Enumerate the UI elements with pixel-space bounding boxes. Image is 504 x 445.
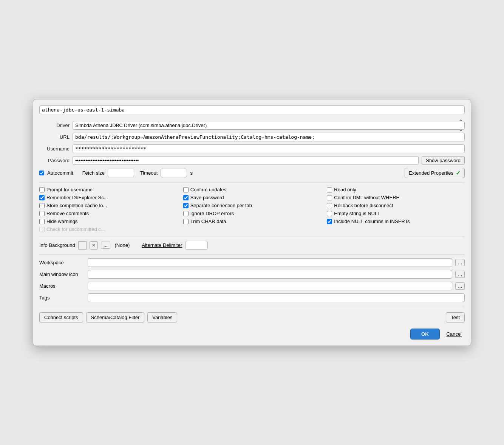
connection-name-row (39, 105, 465, 118)
checkbox-rollback-before-disconnect[interactable] (327, 203, 332, 208)
checkbox-ignore-drop-errors[interactable] (183, 211, 189, 216)
checkbox-label[interactable]: Ignore DROP errors (190, 211, 234, 216)
connect-scripts-button[interactable]: Connect scripts (39, 312, 83, 323)
divider-4 (39, 306, 465, 306)
divider-1 (39, 183, 465, 183)
alternate-delimiter-input[interactable] (185, 241, 208, 250)
driver-row: Driver Simbda Athena JDBC Driver (com.si… (39, 121, 465, 130)
timeout-input[interactable] (161, 169, 187, 177)
autocommit-label[interactable]: Autocommit (47, 170, 73, 176)
tags-label: Tags (39, 295, 85, 301)
checkbox-item: Trim CHAR data (183, 219, 321, 224)
checkbox-item: Confirm updates (183, 187, 321, 192)
driver-label: Driver (39, 122, 70, 128)
autocommit-row: Autocommit Fetch size Timeout s Extended… (39, 168, 465, 178)
checkbox-include-null-columns-in-insert[interactable] (327, 219, 332, 224)
fetch-size-label: Fetch size (82, 170, 105, 176)
checkbox-item: Confirm DML without WHERE (327, 195, 465, 200)
checkbox-empty-string-is-null[interactable] (327, 211, 332, 216)
ok-cancel-row: OK Cancel (39, 329, 465, 340)
checkbox-label: Check for uncommitted c... (46, 226, 105, 232)
driver-wrapper: Simbda Athena JDBC Driver (com.simba.ath… (73, 121, 465, 130)
macros-browse-button[interactable]: ... (455, 282, 465, 290)
checkbox-item: Read only (327, 187, 465, 192)
password-label: Password (39, 158, 70, 163)
timeout-label: Timeout (140, 170, 158, 176)
variables-button[interactable]: Variables (147, 312, 177, 323)
macros-label: Macros (39, 283, 85, 289)
checkbox-label[interactable]: Empty string is NULL (334, 211, 380, 216)
checkbox-store-completion-cache-lo...[interactable] (39, 203, 45, 208)
checkbox-label[interactable]: Hide warnings (46, 219, 77, 224)
checkboxes-grid: Prompt for usernameConfirm updatesRead o… (39, 187, 465, 232)
checkbox-remove-comments[interactable] (39, 211, 45, 216)
main-window-icon-input[interactable] (88, 270, 452, 279)
choose-color-button[interactable]: ... (101, 242, 110, 249)
checkbox-label[interactable]: Store completion cache lo... (46, 203, 107, 208)
schema-catalog-filter-button[interactable]: Schema/Catalog Filter (86, 312, 145, 323)
checkbox-confirm-updates[interactable] (183, 187, 189, 192)
clear-color-button[interactable]: ✕ (90, 241, 98, 250)
info-bg-text: (None) (115, 242, 130, 248)
checkbox-item: Store completion cache lo... (39, 203, 177, 208)
divider-3 (39, 254, 465, 254)
checkbox-label[interactable]: Separate connection per tab (190, 203, 252, 208)
checkbox-confirm-dml-without-where[interactable] (327, 195, 332, 200)
checkbox-item: Remove comments (39, 211, 177, 216)
autocommit-checkbox[interactable] (39, 171, 44, 175)
checkbox-item: Check for uncommitted c... (39, 226, 177, 232)
ok-button[interactable]: OK (410, 329, 440, 340)
alternate-delimiter-label[interactable]: Alternate Delimiter (142, 242, 182, 248)
info-background-row: Info Background ✕ ... (None) Alternate D… (39, 241, 465, 250)
checkbox-remember-dbexplorer-sc...[interactable] (39, 195, 45, 200)
connection-dialog: Driver Simbda Athena JDBC Driver (com.si… (33, 99, 471, 346)
checkbox-prompt-for-username[interactable] (39, 187, 45, 192)
info-background-label: Info Background (39, 242, 75, 248)
tags-row: Tags (39, 293, 465, 302)
tags-input[interactable] (88, 293, 465, 302)
checkbox-item: Save password (183, 195, 321, 200)
url-label: URL (39, 134, 70, 140)
main-window-icon-label: Main window icon (39, 271, 85, 277)
extended-properties-button[interactable]: Extended Properties ✓ (405, 168, 465, 178)
checkbox-item: Prompt for username (39, 187, 177, 192)
url-input[interactable] (73, 133, 465, 141)
checkbox-label[interactable]: Remove comments (46, 211, 89, 216)
driver-select[interactable]: Simbda Athena JDBC Driver (com.simba.ath… (73, 121, 465, 130)
checkbox-save-password[interactable] (183, 195, 189, 200)
divider-2 (39, 237, 465, 237)
checkbox-label[interactable]: Rollback before disconnect (334, 203, 393, 208)
checkbox-read-only[interactable] (327, 187, 332, 192)
password-input[interactable] (73, 156, 419, 165)
fetch-size-input[interactable] (108, 169, 134, 177)
macros-input[interactable] (88, 282, 452, 290)
connection-name-input[interactable] (39, 105, 465, 114)
password-row: Password Show password (39, 156, 465, 165)
username-row: Username (39, 144, 465, 153)
cancel-button[interactable]: Cancel (444, 329, 465, 339)
color-swatch[interactable] (78, 241, 87, 250)
checkbox-separate-connection-per-tab[interactable] (183, 203, 189, 208)
checkbox-label[interactable]: Include NULL columns in INSERTs (334, 219, 410, 224)
workspace-browse-button[interactable]: ... (455, 259, 465, 266)
checkbox-label[interactable]: Read only (334, 187, 356, 192)
workspace-input[interactable] (88, 258, 452, 267)
timeout-suffix: s (190, 170, 193, 176)
test-button[interactable]: Test (446, 312, 465, 323)
checkbox-item: Remember DbExplorer Sc... (39, 195, 177, 200)
checkbox-item: Rollback before disconnect (327, 203, 465, 208)
checkbox-label[interactable]: Remember DbExplorer Sc... (46, 195, 108, 200)
checkbox-hide-warnings[interactable] (39, 219, 45, 224)
checkbox-label[interactable]: Confirm DML without WHERE (334, 195, 399, 200)
show-password-button[interactable]: Show password (422, 156, 465, 165)
checkbox-label[interactable]: Confirm updates (190, 187, 226, 192)
checkbox-trim-char-data[interactable] (183, 219, 189, 224)
checkbox-label[interactable]: Trim CHAR data (190, 219, 226, 224)
main-window-icon-browse-button[interactable]: ... (455, 271, 465, 278)
bottom-buttons-row: Connect scripts Schema/Catalog Filter Va… (39, 312, 465, 323)
username-input[interactable] (73, 144, 465, 153)
checkbox-label[interactable]: Save password (190, 195, 224, 200)
checkbox-label[interactable]: Prompt for username (46, 187, 93, 192)
checkbox-item: Include NULL columns in INSERTs (327, 219, 465, 224)
username-label: Username (39, 146, 70, 152)
